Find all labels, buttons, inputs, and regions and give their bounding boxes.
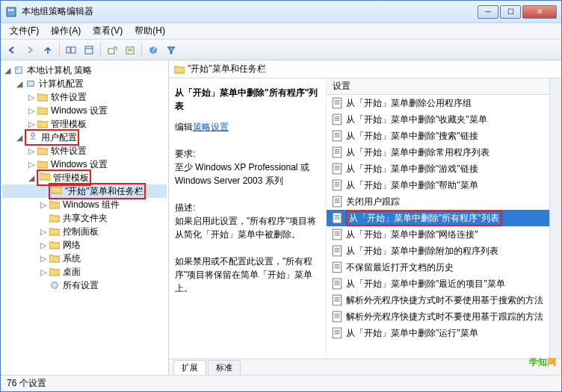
filter-button[interactable] bbox=[163, 42, 179, 58]
menu-action[interactable]: 操作(A) bbox=[45, 23, 87, 39]
policy-icon bbox=[331, 278, 343, 290]
expand-toggle[interactable]: ▷ bbox=[26, 119, 37, 129]
menu-help[interactable]: 帮助(H) bbox=[129, 23, 171, 39]
list-item[interactable]: 从「开始」菜单中删除"最近的项目"菜单 bbox=[327, 276, 549, 292]
svg-rect-52 bbox=[333, 246, 341, 256]
tree-item[interactable]: ◢用户配置 bbox=[2, 131, 167, 144]
tree-label: "开始"菜单和任务栏 bbox=[65, 186, 143, 196]
list-item[interactable]: 从「开始」菜单中删除"运行"菜单 bbox=[327, 325, 549, 341]
list-item[interactable]: 解析外壳程序快捷方式时不要使用基于跟踪的方法 bbox=[327, 308, 549, 325]
forward-button[interactable] bbox=[22, 42, 38, 58]
expand-toggle[interactable]: ▷ bbox=[38, 240, 49, 250]
list-item[interactable]: 从「开始」菜单中删除"帮助"菜单 bbox=[327, 177, 549, 193]
expand-toggle[interactable]: ◢ bbox=[14, 79, 25, 89]
tree-item[interactable]: ▷网络 bbox=[2, 238, 167, 252]
list-item[interactable]: 不保留最近打开文档的历史 bbox=[327, 259, 549, 276]
list-item[interactable]: 关闭用户跟踪 bbox=[327, 193, 549, 210]
toolbar-separator bbox=[100, 43, 101, 57]
maximize-button[interactable]: ☐ bbox=[500, 5, 521, 19]
export-button[interactable] bbox=[104, 42, 120, 58]
tree-item[interactable]: ▷系统 bbox=[2, 252, 167, 265]
menu-file[interactable]: 文件(F) bbox=[4, 23, 45, 39]
expand-toggle[interactable]: ▷ bbox=[26, 146, 37, 156]
folder-icon bbox=[37, 92, 49, 102]
list-item[interactable]: 从「开始」菜单中删除"网络连接" bbox=[327, 226, 549, 243]
expand-toggle[interactable]: ▷ bbox=[26, 160, 37, 169]
expand-toggle[interactable]: ▷ bbox=[38, 254, 49, 264]
expand-toggle[interactable]: ▷ bbox=[38, 227, 49, 237]
list-header-setting[interactable]: 设置 bbox=[327, 78, 549, 95]
show-tree-button[interactable] bbox=[63, 42, 79, 58]
list-item[interactable]: 从「开始」菜单中删除"搜索"链接 bbox=[327, 128, 549, 144]
policy-icon bbox=[331, 294, 343, 306]
list-item[interactable]: 从「开始」菜单中删除"所有程序"列表 bbox=[327, 210, 549, 226]
policy-root-icon bbox=[13, 65, 25, 75]
policy-icon bbox=[331, 212, 343, 224]
svg-rect-64 bbox=[333, 295, 341, 305]
tree-label: Windows 设置 bbox=[51, 158, 108, 171]
list-item[interactable]: 从「开始」菜单中删除常用程序列表 bbox=[327, 144, 549, 161]
list-item[interactable]: 从「开始」菜单中删除附加的程序列表 bbox=[327, 243, 549, 259]
up-button[interactable] bbox=[40, 42, 56, 58]
tree-item[interactable]: ◢计算机配置 bbox=[2, 77, 167, 90]
tree-item[interactable]: ▷Windows 设置 bbox=[2, 104, 167, 117]
folder-icon bbox=[49, 199, 61, 210]
list-item-label: 从「开始」菜单删除公用程序组 bbox=[346, 97, 472, 110]
tree-item[interactable]: ▷软件设置 bbox=[2, 90, 167, 104]
folder-icon bbox=[173, 64, 185, 75]
tree-item[interactable]: 共享文件夹 bbox=[2, 211, 167, 225]
policy-title: 从「开始」菜单中删除"所有程序"列表 bbox=[175, 86, 320, 113]
refresh-button[interactable] bbox=[122, 42, 138, 58]
policy-icon bbox=[331, 245, 343, 257]
svg-point-14 bbox=[31, 133, 34, 137]
close-button[interactable]: ✕ bbox=[522, 5, 557, 19]
svg-rect-5 bbox=[85, 46, 93, 54]
tree-item[interactable]: 所有设置 bbox=[2, 279, 167, 292]
svg-rect-16 bbox=[333, 98, 341, 108]
list-item[interactable]: 从「开始」菜单中删除"收藏夹"菜单 bbox=[327, 111, 549, 128]
policy-icon bbox=[331, 130, 343, 142]
back-button[interactable] bbox=[4, 42, 20, 58]
status-count: 76 个设置 bbox=[7, 377, 46, 390]
status-bar: 76 个设置 bbox=[1, 375, 561, 391]
navigation-tree[interactable]: ◢本地计算机 策略◢计算机配置▷软件设置▷Windows 设置▷管理模板◢用户配… bbox=[1, 60, 169, 375]
expand-toggle[interactable]: ▷ bbox=[26, 93, 37, 102]
tab-extended[interactable]: 扩展 bbox=[173, 360, 206, 375]
content-header: "开始"菜单和任务栏 bbox=[169, 60, 561, 78]
tree-item[interactable]: ▷Windows 组件 bbox=[2, 198, 167, 211]
svg-rect-7 bbox=[108, 49, 114, 54]
list-item[interactable]: 解析外壳程序快捷方式时不要使用基于搜索的方法 bbox=[327, 292, 549, 308]
expand-toggle[interactable]: ▷ bbox=[38, 267, 49, 277]
tree-item[interactable]: ▷控制面板 bbox=[2, 225, 167, 238]
list-item-label: 从「开始」菜单中删除常用程序列表 bbox=[346, 146, 490, 159]
expand-toggle[interactable]: ▷ bbox=[26, 106, 37, 116]
expand-toggle[interactable]: ▷ bbox=[38, 200, 49, 210]
tree-item[interactable]: ▷桌面 bbox=[2, 265, 167, 279]
tree-item[interactable]: "开始"菜单和任务栏 bbox=[2, 184, 167, 198]
menu-view[interactable]: 查看(V) bbox=[87, 23, 129, 39]
expand-toggle[interactable]: ◢ bbox=[2, 66, 13, 75]
list-item[interactable]: 从「开始」菜单中删除"游戏"链接 bbox=[327, 161, 549, 177]
list-item-label: 从「开始」菜单中删除"搜索"链接 bbox=[346, 130, 478, 143]
help-button[interactable]: ? bbox=[145, 42, 161, 58]
folder-icon bbox=[49, 213, 61, 223]
svg-rect-12 bbox=[16, 68, 18, 69]
list-item[interactable]: 从「开始」菜单删除公用程序组 bbox=[327, 95, 549, 111]
tab-standard[interactable]: 标准 bbox=[208, 360, 241, 375]
tree-item[interactable]: ▷软件设置 bbox=[2, 144, 167, 158]
policy-icon bbox=[331, 179, 343, 191]
minimize-button[interactable]: ─ bbox=[478, 5, 498, 19]
vertical-scrollbar[interactable] bbox=[549, 78, 561, 358]
tree-label: 管理模板 bbox=[53, 172, 89, 183]
expand-toggle[interactable]: ◢ bbox=[14, 133, 25, 143]
tree-label: 软件设置 bbox=[51, 91, 87, 104]
svg-rect-56 bbox=[333, 262, 341, 273]
expand-toggle[interactable]: ◢ bbox=[26, 173, 37, 183]
policy-icon bbox=[331, 113, 343, 125]
tree-item[interactable]: ◢本地计算机 策略 bbox=[2, 63, 167, 77]
list-item-label: 从「开始」菜单中删除"游戏"链接 bbox=[346, 163, 478, 175]
svg-rect-20 bbox=[333, 114, 341, 125]
edit-policy-link[interactable]: 策略设置 bbox=[193, 122, 229, 132]
settings-list[interactable]: 设置 从「开始」菜单删除公用程序组从「开始」菜单中删除"收藏夹"菜单从「开始」菜… bbox=[326, 78, 549, 358]
properties-button[interactable] bbox=[81, 42, 97, 58]
